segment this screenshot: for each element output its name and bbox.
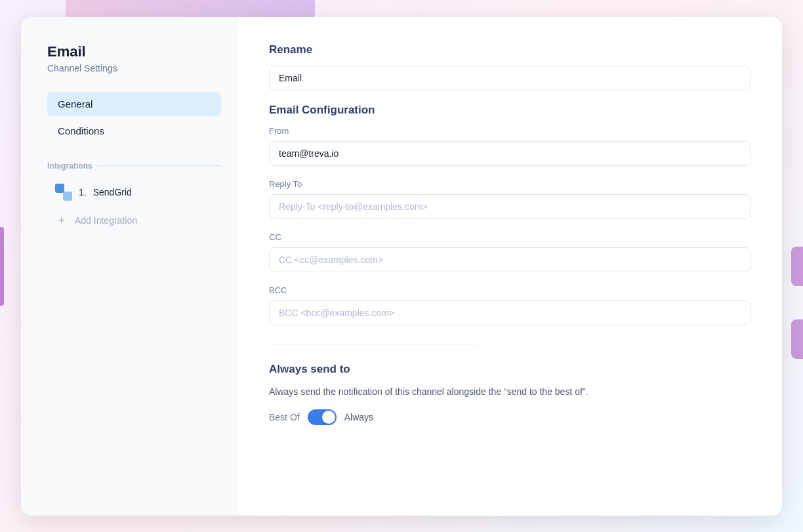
always-send-description: Always send the notification of this cha… [269, 385, 751, 399]
integrations-label: Integrations [47, 161, 221, 171]
from-input[interactable] [269, 141, 751, 166]
plus-icon: + [55, 214, 68, 227]
bg-chevron-right-bottom [791, 319, 803, 359]
bg-chevron-right-top [791, 247, 803, 286]
integrations-section: Integrations 1. SendGrid + Add Integrati… [47, 161, 221, 232]
sidebar-title: Email [47, 43, 221, 60]
sidebar-item-general[interactable]: General [47, 92, 221, 116]
main-card: Email Channel Settings General Condition… [21, 17, 782, 516]
email-config-section: Email Configuration From Reply To CC BCC [269, 104, 751, 325]
cc-label: CC [269, 232, 751, 242]
bcc-input[interactable] [269, 300, 751, 325]
add-integration-label: Add Integration [75, 215, 137, 226]
toggle-always-label: Always [344, 412, 373, 422]
cc-group: CC [269, 232, 751, 272]
always-send-title: Always send to [269, 363, 751, 376]
reply-to-group: Reply To [269, 179, 751, 219]
from-group: From [269, 126, 751, 166]
add-integration-button[interactable]: + Add Integration [47, 209, 221, 232]
rename-section: Rename [269, 43, 751, 91]
sidebar: Email Channel Settings General Condition… [21, 17, 237, 516]
toggle-row: Best Of Always [269, 409, 751, 425]
email-config-title: Email Configuration [269, 104, 751, 117]
section-divider [269, 344, 479, 344]
cc-input[interactable] [269, 247, 751, 272]
main-content: Rename Email Configuration From Reply To… [237, 17, 782, 516]
left-edge-decoration [0, 227, 4, 306]
page-wrapper: Email Channel Settings General Condition… [0, 0, 803, 532]
integration-item-sendgrid[interactable]: 1. SendGrid [47, 178, 221, 206]
reply-to-input[interactable] [269, 194, 751, 219]
rename-input[interactable] [269, 66, 751, 91]
bcc-label: BCC [269, 285, 751, 295]
rename-section-title: Rename [269, 43, 751, 56]
sendgrid-label: SendGrid [93, 187, 132, 197]
bcc-group: BCC [269, 285, 751, 325]
sidebar-item-conditions[interactable]: Conditions [47, 119, 221, 143]
reply-to-label: Reply To [269, 179, 751, 189]
always-send-section: Always send to Always send the notificat… [269, 363, 751, 425]
toggle-best-of-label: Best Of [269, 412, 300, 422]
sendgrid-number: 1. [79, 187, 87, 197]
from-label: From [269, 126, 751, 136]
sendgrid-icon [55, 184, 72, 201]
sidebar-subtitle: Channel Settings [47, 63, 221, 73]
always-send-toggle[interactable] [308, 409, 337, 425]
